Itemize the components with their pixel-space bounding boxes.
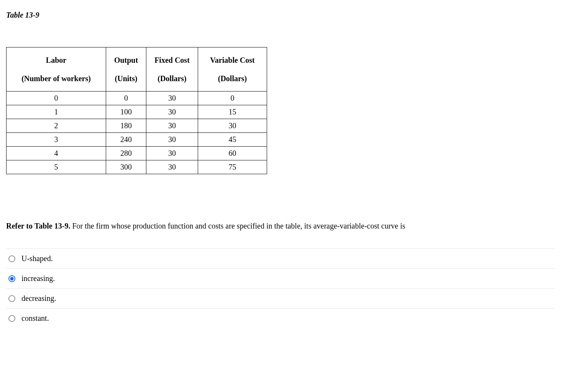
options-group: U-shaped.increasing.decreasing.constant. [6,248,555,328]
cell-output: 100 [106,105,146,119]
header-labor-sub: (Number of workers) [12,73,100,84]
table-row: 11003015 [7,105,267,119]
table-row: 21803030 [7,119,267,133]
cell-variable: 60 [198,147,267,160]
cell-output: 240 [106,133,146,147]
table-row: 53003075 [7,160,267,174]
cell-variable: 0 [198,91,267,105]
cell-fixed: 30 [146,147,198,160]
cell-output: 0 [106,91,146,105]
header-output-main: Output [112,54,141,66]
cell-variable: 30 [198,119,267,133]
cell-labor: 3 [7,133,106,147]
cell-variable: 15 [198,105,267,119]
cell-output: 300 [106,160,146,174]
radio-icon[interactable] [8,275,15,282]
header-variable-sub: (Dollars) [203,73,261,84]
header-fixed-cost: Fixed Cost (Dollars) [146,47,198,91]
cell-labor: 5 [7,160,106,174]
header-labor: Labor (Number of workers) [7,47,106,91]
answer-option[interactable]: U-shaped. [6,248,555,268]
radio-icon[interactable] [8,255,15,262]
cell-labor: 1 [7,105,106,119]
data-table: Labor (Number of workers) Output (Units)… [6,47,267,174]
option-label: U-shaped. [21,254,53,263]
cell-labor: 4 [7,147,106,160]
option-label: constant. [21,314,49,323]
table-row: 00300 [7,91,267,105]
answer-option[interactable]: constant. [6,308,555,328]
header-variable-main: Variable Cost [203,54,261,66]
table-title: Table 13-9 [6,11,555,20]
cell-variable: 45 [198,133,267,147]
cell-fixed: 30 [146,160,198,174]
cell-fixed: 30 [146,133,198,147]
table-body: 0030011003015218030303240304542803060530… [7,91,267,174]
header-fixed-main: Fixed Cost [152,54,192,66]
option-label: increasing. [21,274,55,283]
question-bold: Refer to Table 13-9. [6,222,70,230]
question-rest: For the firm whose production function a… [70,222,405,230]
answer-option[interactable]: decreasing. [6,288,555,308]
cell-variable: 75 [198,160,267,174]
header-variable-cost: Variable Cost (Dollars) [198,47,267,91]
header-fixed-sub: (Dollars) [152,73,192,84]
question-text: Refer to Table 13-9. For the firm whose … [6,220,555,232]
table-row: 32403045 [7,133,267,147]
cell-fixed: 30 [146,119,198,133]
table-header-row: Labor (Number of workers) Output (Units)… [7,47,267,91]
radio-icon[interactable] [8,315,15,322]
cell-fixed: 30 [146,105,198,119]
header-output-sub: (Units) [112,73,141,84]
cell-fixed: 30 [146,91,198,105]
header-output: Output (Units) [106,47,146,91]
answer-option[interactable]: increasing. [6,268,555,288]
header-labor-main: Labor [12,54,100,66]
option-label: decreasing. [21,294,56,303]
radio-icon[interactable] [8,295,15,302]
cell-output: 180 [106,119,146,133]
cell-output: 280 [106,147,146,160]
cell-labor: 2 [7,119,106,133]
cell-labor: 0 [7,91,106,105]
table-row: 42803060 [7,147,267,160]
